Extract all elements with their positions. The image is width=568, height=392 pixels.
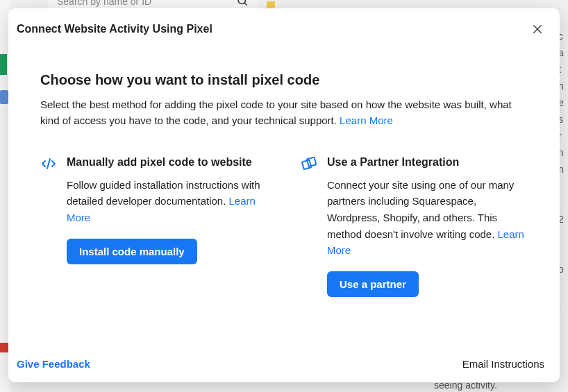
modal-title: Connect Website Activity Using Pixel [17, 23, 212, 35]
svg-line-4 [47, 159, 50, 169]
close-icon [531, 23, 544, 35]
modal-body: Choose how you want to install pixel cod… [8, 39, 560, 351]
bg-search-placeholder: Search by name or ID [57, 0, 151, 7]
code-icon [40, 154, 57, 298]
option-manual-content: Manually add pixel code to website Follo… [67, 154, 267, 298]
option-partner-title: Use a Partner Integration [327, 154, 528, 170]
option-partner-desc: Connect your site using one of our many … [327, 177, 528, 259]
section-description-text: Select the best method for adding the pi… [40, 99, 512, 126]
option-partner-desc-text: Connect your site using one of our many … [327, 179, 514, 240]
option-partner: Use a Partner Integration Connect your s… [301, 154, 528, 298]
bg-accent [267, 1, 275, 8]
modal-footer: Give Feedback Email Instructions [8, 351, 560, 382]
bg-right-text: c a t n e s r n n 2 o . [558, 0, 568, 392]
search-icon [236, 0, 249, 9]
partner-icon [301, 154, 317, 298]
learn-more-link[interactable]: Learn More [340, 114, 393, 126]
svg-rect-5 [302, 160, 311, 169]
svg-line-1 [244, 3, 247, 5]
modal-header: Connect Website Activity Using Pixel [8, 8, 560, 39]
svg-point-0 [238, 0, 246, 3]
email-instructions-link[interactable]: Email Instructions [462, 358, 544, 370]
svg-rect-6 [307, 157, 316, 166]
option-partner-content: Use a Partner Integration Connect your s… [327, 154, 528, 298]
option-manual: Manually add pixel code to website Follo… [40, 154, 267, 298]
bg-accent [0, 54, 7, 75]
options-row: Manually add pixel code to website Follo… [40, 154, 528, 298]
pixel-install-modal: Connect Website Activity Using Pixel Cho… [8, 8, 560, 382]
bg-accent [0, 343, 8, 352]
give-feedback-link[interactable]: Give Feedback [17, 358, 90, 370]
section-description: Select the best method for adding the pi… [40, 96, 528, 129]
bg-accent [0, 90, 8, 104]
install-manually-button[interactable]: Install code manually [67, 239, 197, 264]
section-heading: Choose how you want to install pixel cod… [40, 72, 528, 88]
close-button[interactable] [528, 19, 547, 39]
use-partner-button[interactable]: Use a partner [327, 271, 419, 297]
option-manual-title: Manually add pixel code to website [67, 154, 267, 170]
option-manual-desc: Follow guided installation instructions … [67, 177, 267, 226]
